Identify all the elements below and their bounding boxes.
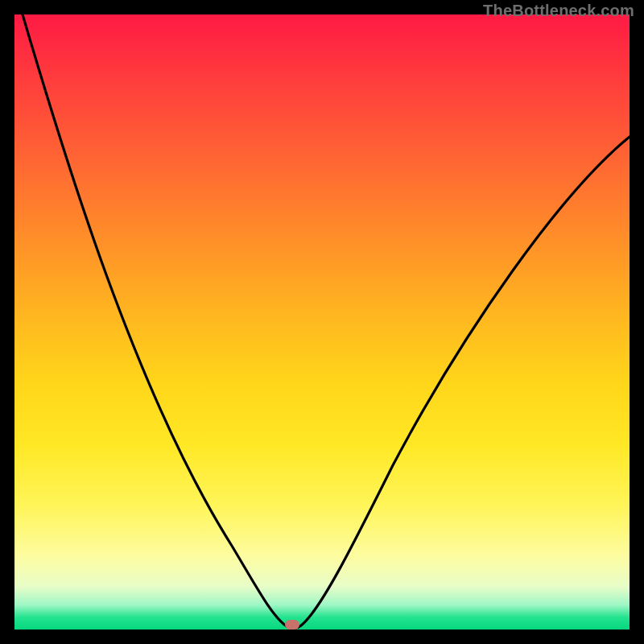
optimum-marker <box>285 620 299 630</box>
chart-frame: TheBottleneck.com <box>0 0 644 644</box>
bottleneck-curve <box>14 14 630 630</box>
curve-path <box>23 14 630 629</box>
plot-area <box>14 14 630 630</box>
watermark-text: TheBottleneck.com <box>483 2 634 20</box>
